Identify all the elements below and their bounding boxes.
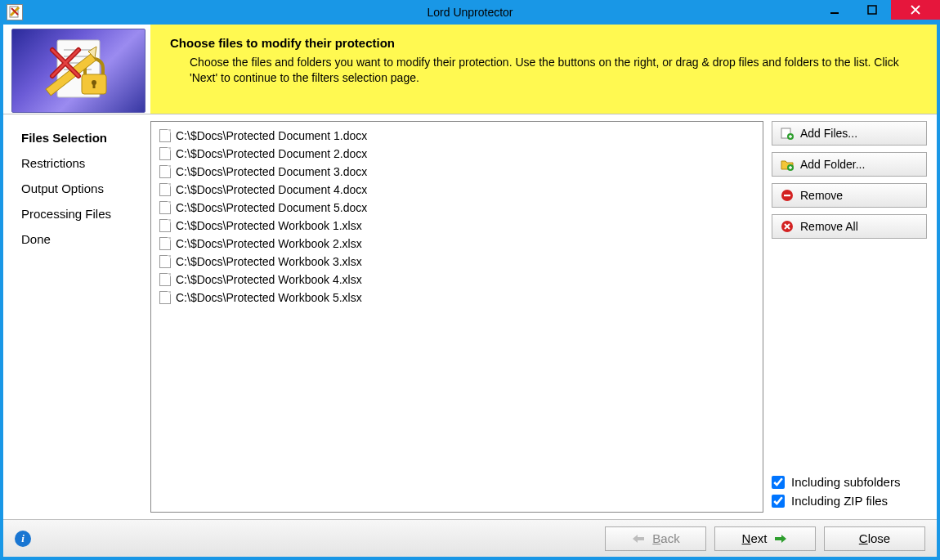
file-path: C:\$Docs\Protected Document 5.docx — [176, 201, 367, 214]
including-subfolders-checkbox[interactable] — [772, 476, 785, 489]
file-icon — [159, 273, 171, 286]
window-title: Lord Unprotector — [0, 6, 940, 19]
svg-rect-19 — [637, 537, 644, 540]
file-row[interactable]: C:\$Docs\Protected Document 4.docx — [154, 181, 759, 199]
file-icon — [159, 237, 171, 250]
including-subfolders-label: Including subfolders — [791, 475, 900, 489]
remove-all-icon — [781, 220, 794, 233]
file-row[interactable]: C:\$Docs\Protected Workbook 5.xlsx — [154, 289, 759, 307]
file-icon — [159, 165, 171, 178]
wizard-step-3[interactable]: Processing Files — [21, 207, 142, 221]
file-path: C:\$Docs\Protected Workbook 3.xlsx — [176, 255, 362, 268]
wizard-steps-sidebar: Files SelectionRestrictionsOutput Option… — [3, 114, 150, 519]
logo-cell — [3, 25, 150, 114]
back-button[interactable]: Back — [605, 526, 706, 551]
remove-label: Remove — [800, 189, 843, 202]
file-path: C:\$Docs\Protected Document 1.docx — [176, 129, 367, 142]
minimize-button[interactable] — [816, 0, 853, 20]
window-controls — [816, 0, 940, 25]
file-row[interactable]: C:\$Docs\Protected Workbook 4.xlsx — [154, 271, 759, 289]
file-row[interactable]: C:\$Docs\Protected Document 3.docx — [154, 163, 759, 181]
file-row[interactable]: C:\$Docs\Protected Workbook 2.xlsx — [154, 235, 759, 253]
remove-all-button[interactable]: Remove All — [772, 214, 927, 239]
add-folder-button[interactable]: Add Folder... — [772, 152, 927, 177]
wizard-step-4[interactable]: Done — [21, 232, 142, 246]
wizard-step-0[interactable]: Files Selection — [21, 131, 142, 145]
file-icon — [159, 201, 171, 214]
file-path: C:\$Docs\Protected Workbook 1.xlsx — [176, 219, 362, 232]
file-row[interactable]: C:\$Docs\Protected Workbook 3.xlsx — [154, 253, 759, 271]
close-footer-button[interactable]: Close — [824, 526, 925, 551]
file-path: C:\$Docs\Protected Workbook 4.xlsx — [176, 273, 362, 286]
add-folder-icon — [781, 158, 794, 171]
app-logo — [11, 29, 145, 113]
window-body: Choose files to modify their protection … — [3, 25, 937, 557]
svg-rect-2 — [868, 6, 876, 14]
file-row[interactable]: C:\$Docs\Protected Workbook 1.xlsx — [154, 217, 759, 235]
header-row: Choose files to modify their protection … — [3, 25, 937, 114]
file-path: C:\$Docs\Protected Workbook 5.xlsx — [176, 291, 362, 304]
wizard-step-1[interactable]: Restrictions — [21, 156, 142, 170]
file-row[interactable]: C:\$Docs\Protected Document 1.docx — [154, 127, 759, 145]
file-icon — [159, 291, 171, 304]
close-label: Close — [859, 531, 890, 545]
close-button[interactable] — [891, 0, 940, 20]
next-label: Next — [742, 531, 768, 545]
next-button[interactable]: Next — [714, 526, 816, 551]
add-folder-label: Add Folder... — [800, 158, 865, 171]
app-icon — [7, 4, 23, 20]
arrow-left-icon — [631, 533, 646, 544]
options-group: Including subfolders Including ZIP files — [772, 470, 927, 513]
svg-rect-10 — [93, 83, 96, 88]
banner: Choose files to modify their protection … — [150, 25, 937, 114]
main-row: Files SelectionRestrictionsOutput Option… — [3, 114, 937, 519]
file-row[interactable]: C:\$Docs\Protected Document 2.docx — [154, 145, 759, 163]
file-icon — [159, 255, 171, 268]
footer: i Back Next Close — [3, 519, 937, 557]
svg-rect-20 — [775, 537, 782, 540]
including-zip-checkbox[interactable] — [772, 495, 785, 508]
banner-heading: Choose files to modify their protection — [170, 36, 917, 50]
file-list[interactable]: C:\$Docs\Protected Document 1.docxC:\$Do… — [150, 121, 763, 513]
including-zip-option[interactable]: Including ZIP files — [772, 494, 927, 508]
file-path: C:\$Docs\Protected Workbook 2.xlsx — [176, 237, 362, 250]
info-icon[interactable]: i — [15, 531, 31, 547]
add-files-icon — [781, 127, 794, 140]
remove-all-label: Remove All — [800, 220, 858, 233]
right-column: Add Files... Add Folder... Remove — [772, 121, 927, 513]
titlebar: Lord Unprotector — [0, 0, 940, 25]
file-icon — [159, 183, 171, 196]
wizard-step-2[interactable]: Output Options — [21, 181, 142, 195]
file-icon — [159, 147, 171, 160]
add-files-label: Add Files... — [800, 127, 857, 140]
remove-button[interactable]: Remove — [772, 183, 927, 208]
file-path: C:\$Docs\Protected Document 2.docx — [176, 147, 367, 160]
remove-icon — [781, 189, 794, 202]
including-zip-label: Including ZIP files — [791, 494, 888, 508]
file-row[interactable]: C:\$Docs\Protected Document 5.docx — [154, 199, 759, 217]
banner-description: Choose the files and folders you want to… — [190, 55, 917, 86]
svg-rect-17 — [784, 195, 790, 196]
content-area: C:\$Docs\Protected Document 1.docxC:\$Do… — [150, 114, 937, 519]
file-path: C:\$Docs\Protected Document 4.docx — [176, 183, 367, 196]
back-label: Back — [652, 531, 679, 545]
add-files-button[interactable]: Add Files... — [772, 121, 927, 146]
maximize-button[interactable] — [853, 0, 891, 20]
file-icon — [159, 219, 171, 232]
file-path: C:\$Docs\Protected Document 3.docx — [176, 165, 367, 178]
including-subfolders-option[interactable]: Including subfolders — [772, 475, 927, 489]
arrow-right-icon — [773, 533, 788, 544]
file-icon — [159, 129, 171, 142]
